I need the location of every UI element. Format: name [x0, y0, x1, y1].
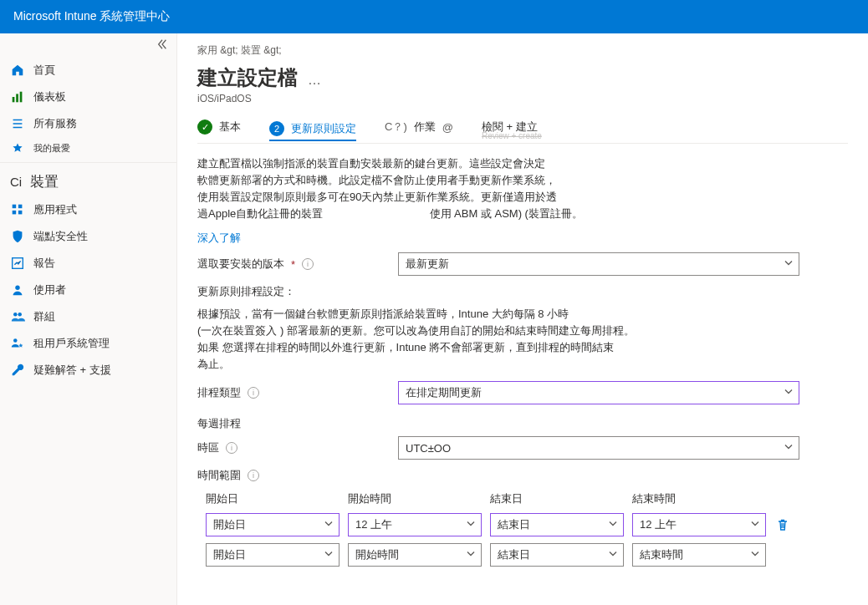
top-bar: Microsoft Intune 系統管理中心 — [0, 0, 868, 33]
collapse-sidebar-button[interactable] — [156, 38, 170, 52]
chevron-down-icon — [750, 519, 760, 531]
sidebar-item-label: 我的最愛 — [33, 142, 70, 155]
step-suffix: @ — [442, 121, 453, 134]
sidebar: 首頁 儀表板 所有服務 我的最愛 Ci 裝置 應用程式 — [0, 33, 177, 605]
version-select[interactable]: 最新更新 — [398, 252, 799, 276]
start-time-select[interactable]: 開始時間 — [348, 543, 482, 567]
sidebar-heading-devices[interactable]: Ci 裝置 — [0, 166, 176, 196]
sidebar-item-groups[interactable]: 群組 — [0, 303, 176, 330]
step-label: 更新原則設定 — [291, 121, 356, 136]
info-icon[interactable]: i — [248, 470, 259, 481]
chevron-down-icon — [784, 387, 794, 399]
delete-row-button[interactable] — [774, 516, 791, 533]
sidebar-item-label: 應用程式 — [33, 202, 77, 217]
wizard-steps: ✓ 基本 2 更新原則設定 C？) 作業 @ 檢閱 + 建立 Review + … — [197, 119, 848, 144]
col-start-day: 開始日 — [206, 491, 340, 506]
step-prefix: C？) — [385, 119, 407, 135]
list-icon — [10, 116, 25, 131]
svg-point-9 — [13, 313, 18, 317]
start-day-select[interactable]: 開始日 — [206, 543, 340, 567]
info-icon[interactable]: i — [226, 442, 237, 454]
chevron-down-icon — [750, 549, 760, 562]
sidebar-item-apps[interactable]: 應用程式 — [0, 196, 176, 223]
chevron-down-icon — [784, 442, 794, 455]
svg-rect-6 — [18, 211, 23, 215]
start-time-select[interactable]: 12 上午 — [348, 513, 482, 536]
schedule-type-label: 排程類型 i — [197, 385, 398, 400]
info-icon[interactable]: i — [302, 258, 314, 270]
sidebar-item-favorites[interactable]: 我的最愛 — [0, 137, 176, 159]
app-title: Microsoft Intune 系統管理中心 — [13, 9, 171, 24]
star-icon — [10, 140, 25, 155]
time-range-label: 時間範圍 i — [197, 468, 398, 483]
sidebar-item-label: 租用戶系統管理 — [33, 336, 110, 351]
select-value: 最新更新 — [406, 257, 449, 272]
info-icon[interactable]: i — [248, 387, 259, 399]
step-assignments[interactable]: C？) 作業 @ — [385, 119, 453, 138]
weekly-schedule-label: 每週排程 — [197, 416, 848, 431]
sidebar-item-troubleshoot[interactable]: 疑難解答 + 支援 — [0, 357, 176, 384]
end-time-select[interactable]: 結束時間 — [632, 543, 766, 567]
chevron-double-left-icon — [156, 38, 168, 50]
chevron-down-icon — [784, 258, 794, 271]
page-subtitle: iOS/iPadOS — [197, 93, 848, 104]
schedule-type-select[interactable]: 在排定期間更新 — [398, 381, 799, 404]
schedule-header-row: 開始日 開始時間 結束日 結束時間 — [197, 491, 848, 506]
timezone-label: 時區 i — [197, 440, 398, 455]
select-value: UTC±OO — [406, 442, 451, 455]
select-value: 開始日 — [213, 517, 246, 532]
sidebar-item-label: 所有服務 — [33, 116, 77, 131]
dashboard-icon — [10, 89, 25, 104]
apps-icon — [10, 202, 25, 217]
sidebar-heading-label: 裝置 — [30, 172, 59, 191]
main-content: 家用 &gt; 裝置 &gt; 建立設定檔 … iOS/iPadOS ✓ 基本 … — [177, 33, 868, 605]
end-time-select[interactable]: 12 上午 — [632, 513, 766, 536]
sidebar-item-endpoint-security[interactable]: 端點安全性 — [0, 223, 176, 250]
sidebar-item-label: 報告 — [33, 256, 55, 271]
sidebar-item-dashboard[interactable]: 儀表板 — [0, 84, 176, 110]
chevron-down-icon — [608, 519, 618, 531]
col-start-time: 開始時間 — [348, 491, 482, 506]
schedule-settings-label: 更新原則排程設定： — [197, 284, 848, 299]
svg-rect-4 — [18, 205, 23, 209]
report-icon — [10, 256, 25, 271]
svg-rect-2 — [20, 92, 23, 103]
end-day-select[interactable]: 結束日 — [490, 513, 624, 536]
svg-point-11 — [13, 338, 18, 343]
chevron-down-icon — [324, 519, 334, 531]
sidebar-item-all-services[interactable]: 所有服務 — [0, 110, 176, 137]
learn-more-link[interactable]: 深入了解 — [197, 231, 241, 244]
sidebar-item-users[interactable]: 使用者 — [0, 277, 176, 303]
svg-rect-1 — [16, 94, 18, 102]
step-review-create[interactable]: 檢閱 + 建立 Review + create — [482, 119, 538, 138]
step-number-icon: 2 — [269, 121, 284, 136]
select-value: 12 上午 — [640, 517, 677, 532]
select-value: 12 上午 — [355, 517, 392, 532]
step-label: 基本 — [219, 119, 241, 135]
check-icon: ✓ — [197, 119, 212, 135]
sidebar-item-label: 使用者 — [33, 282, 66, 297]
sidebar-item-home[interactable]: 首頁 — [0, 57, 176, 84]
breadcrumb[interactable]: 家用 &gt; 裝置 &gt; — [197, 43, 848, 58]
chevron-down-icon — [324, 549, 334, 562]
tenant-admin-icon — [10, 336, 25, 351]
step-update-policy[interactable]: 2 更新原則設定 — [269, 121, 356, 141]
end-day-select[interactable]: 結束日 — [490, 543, 624, 567]
sidebar-item-label: 儀表板 — [33, 89, 66, 104]
schedule-description: 根據預設，當有一個鍵台軟體更新原則指派給裝置時，Intune 大約每隔 8 小時… — [197, 306, 783, 373]
step-label-en: Review + create — [482, 131, 542, 140]
sidebar-item-label: 端點安全性 — [33, 229, 88, 244]
select-value: 結束日 — [498, 547, 530, 562]
svg-point-10 — [18, 313, 22, 317]
sidebar-item-tenant-admin[interactable]: 租用戶系統管理 — [0, 330, 176, 357]
start-day-select[interactable]: 開始日 — [206, 513, 340, 536]
version-label: 選取要安裝的版本* i — [197, 257, 398, 272]
home-icon — [10, 63, 25, 78]
col-end-day: 結束日 — [490, 491, 624, 506]
step-basics[interactable]: ✓ 基本 — [197, 119, 241, 138]
sidebar-item-reports[interactable]: 報告 — [0, 250, 176, 277]
user-icon — [10, 282, 25, 297]
sidebar-item-label: 群組 — [33, 309, 55, 324]
more-actions-button[interactable]: … — [308, 73, 322, 88]
timezone-select[interactable]: UTC±OO — [398, 436, 799, 460]
